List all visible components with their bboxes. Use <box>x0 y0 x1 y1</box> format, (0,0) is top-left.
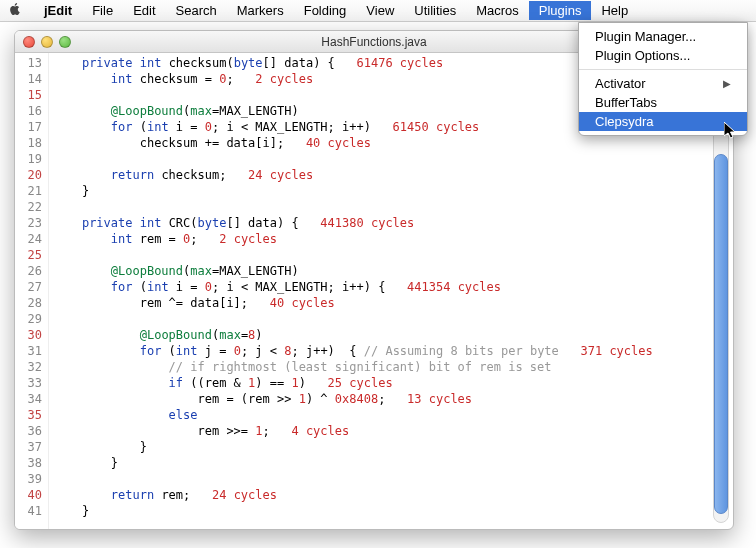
submenu-arrow-icon: ▶ <box>723 78 731 89</box>
line-number[interactable]: 33 <box>15 375 42 391</box>
code-line[interactable]: } <box>53 183 733 199</box>
menu-plugins[interactable]: Plugins <box>529 1 592 20</box>
line-number[interactable]: 13 <box>15 55 42 71</box>
mouse-cursor-icon <box>724 122 738 140</box>
menu-item-plugin-options[interactable]: Plugin Options... <box>579 46 747 65</box>
line-number-gutter[interactable]: 1314151617181920212223242526272829303132… <box>15 53 49 529</box>
line-number[interactable]: 17 <box>15 119 42 135</box>
line-number[interactable]: 18 <box>15 135 42 151</box>
line-number[interactable]: 29 <box>15 311 42 327</box>
code-line[interactable]: private int CRC(byte[] data) { 441380 cy… <box>53 215 733 231</box>
line-number[interactable]: 15 <box>15 87 42 103</box>
menubar: jEditFileEditSearchMarkersFoldingViewUti… <box>0 0 756 22</box>
line-number[interactable]: 37 <box>15 439 42 455</box>
code-line[interactable]: // if rightmost (least significant) bit … <box>53 359 733 375</box>
code-line[interactable] <box>53 247 733 263</box>
apple-logo-icon <box>8 2 24 19</box>
line-number[interactable]: 21 <box>15 183 42 199</box>
menu-folding[interactable]: Folding <box>294 1 357 20</box>
line-number[interactable]: 26 <box>15 263 42 279</box>
line-number[interactable]: 22 <box>15 199 42 215</box>
line-number[interactable]: 16 <box>15 103 42 119</box>
code-line[interactable]: for (int j = 0; j < 8; j++) { // Assumin… <box>53 343 733 359</box>
code-line[interactable] <box>53 471 733 487</box>
code-line[interactable] <box>53 311 733 327</box>
line-number[interactable]: 40 <box>15 487 42 503</box>
menu-file[interactable]: File <box>82 1 123 20</box>
menu-separator <box>579 69 747 70</box>
code-line[interactable] <box>53 151 733 167</box>
code-line[interactable]: } <box>53 455 733 471</box>
code-line[interactable]: if ((rem & 1) == 1) 25 cycles <box>53 375 733 391</box>
code-line[interactable]: return rem; 24 cycles <box>53 487 733 503</box>
menu-item-buffertabs[interactable]: BufferTabs <box>579 93 747 112</box>
plugins-menu-dropdown: Plugin Manager...Plugin Options...Activa… <box>578 22 748 136</box>
line-number[interactable]: 32 <box>15 359 42 375</box>
code-line[interactable]: @LoopBound(max=8) <box>53 327 733 343</box>
code-line[interactable]: @LoopBound(max=MAX_LENGTH) <box>53 263 733 279</box>
line-number[interactable]: 28 <box>15 295 42 311</box>
menu-item-clepsydra[interactable]: Clepsydra <box>579 112 747 131</box>
line-number[interactable]: 35 <box>15 407 42 423</box>
line-number[interactable]: 27 <box>15 279 42 295</box>
menu-app[interactable]: jEdit <box>34 1 82 20</box>
scrollbar-thumb[interactable] <box>714 154 728 514</box>
code-line[interactable]: } <box>53 439 733 455</box>
line-number[interactable]: 30 <box>15 327 42 343</box>
line-number[interactable]: 23 <box>15 215 42 231</box>
line-number[interactable]: 24 <box>15 231 42 247</box>
code-line[interactable]: rem = (rem >> 1) ^ 0x8408; 13 cycles <box>53 391 733 407</box>
code-line[interactable]: else <box>53 407 733 423</box>
code-line[interactable]: rem >>= 1; 4 cycles <box>53 423 733 439</box>
line-number[interactable]: 41 <box>15 503 42 519</box>
menu-view[interactable]: View <box>356 1 404 20</box>
line-number[interactable]: 34 <box>15 391 42 407</box>
menu-macros[interactable]: Macros <box>466 1 529 20</box>
code-line[interactable]: } <box>53 503 733 519</box>
menu-item-plugin-manager[interactable]: Plugin Manager... <box>579 27 747 46</box>
code-line[interactable]: return checksum; 24 cycles <box>53 167 733 183</box>
line-number[interactable]: 36 <box>15 423 42 439</box>
line-number[interactable]: 31 <box>15 343 42 359</box>
code-line[interactable]: for (int i = 0; i < MAX_LENGTH; i++) { 4… <box>53 279 733 295</box>
menu-utilities[interactable]: Utilities <box>404 1 466 20</box>
line-number[interactable]: 19 <box>15 151 42 167</box>
menu-item-activator[interactable]: Activator▶ <box>579 74 747 93</box>
line-number[interactable]: 14 <box>15 71 42 87</box>
line-number[interactable]: 38 <box>15 455 42 471</box>
line-number[interactable]: 20 <box>15 167 42 183</box>
menu-help[interactable]: Help <box>591 1 638 20</box>
code-line[interactable]: checksum += data[i]; 40 cycles <box>53 135 733 151</box>
menu-edit[interactable]: Edit <box>123 1 165 20</box>
menu-search[interactable]: Search <box>166 1 227 20</box>
line-number[interactable]: 39 <box>15 471 42 487</box>
line-number[interactable]: 25 <box>15 247 42 263</box>
vertical-scrollbar[interactable] <box>713 83 729 523</box>
menu-markers[interactable]: Markers <box>227 1 294 20</box>
code-line[interactable]: rem ^= data[i]; 40 cycles <box>53 295 733 311</box>
code-line[interactable] <box>53 199 733 215</box>
code-line[interactable]: int rem = 0; 2 cycles <box>53 231 733 247</box>
